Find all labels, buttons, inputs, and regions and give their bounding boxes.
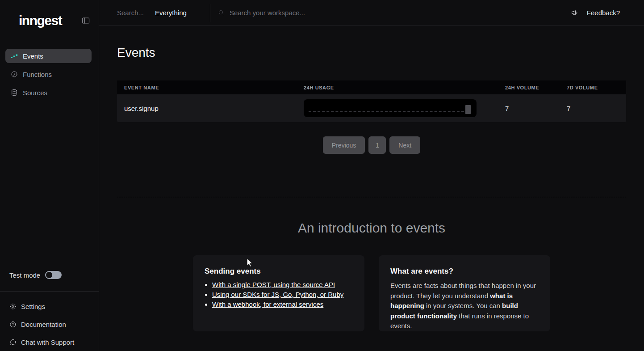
card-title: Sending events	[205, 267, 353, 276]
previous-page-button[interactable]: Previous	[323, 136, 365, 154]
pagination: Previous 1 Next	[117, 136, 626, 154]
search-icon	[218, 9, 225, 16]
usage-cell	[304, 99, 505, 117]
gear-icon	[9, 303, 17, 310]
table-row[interactable]: user.signup 7 7	[117, 94, 626, 122]
sidebar-nav: Events Functions Sources	[0, 41, 99, 104]
sidebar-collapse-icon[interactable]	[80, 15, 91, 26]
topbar-divider	[210, 4, 210, 22]
sidebar-spacer	[0, 104, 99, 271]
section-divider	[117, 197, 626, 197]
sidebar-item-label: Documentation	[21, 321, 66, 328]
functions-circle-chevron-icon	[11, 71, 18, 78]
sparkline-zero-baseline	[309, 111, 464, 112]
sources-database-icon	[11, 89, 18, 96]
card-title: What are events?	[390, 267, 539, 276]
test-mode-toggle[interactable]	[45, 271, 62, 279]
volume-24h-cell: 7	[505, 105, 567, 112]
feedback-link[interactable]: Feedback?	[587, 9, 620, 17]
link-source-api[interactable]: With a single POST, using the source API	[212, 281, 335, 288]
col-header-24h-volume: 24H VOLUME	[505, 85, 567, 90]
col-header-24h-usage: 24H USAGE	[304, 85, 505, 90]
test-mode-row: Test mode	[0, 271, 99, 279]
sidebar-item-sources[interactable]: Sources	[5, 85, 92, 100]
sidebar-item-label: Sources	[23, 89, 47, 97]
sidebar-item-functions[interactable]: Functions	[5, 67, 92, 81]
sidebar-item-chat-support[interactable]: Chat with Support	[0, 333, 99, 351]
col-header-event-name: EVENT NAME	[117, 85, 304, 90]
volume-7d-cell: 7	[567, 105, 626, 112]
table-header-row: EVENT NAME 24H USAGE 24H VOLUME 7D VOLUM…	[117, 80, 626, 94]
events-dots-icon	[11, 52, 18, 59]
workspace-search-input[interactable]	[230, 9, 408, 17]
link-webhook[interactable]: With a webhook, for external services	[212, 300, 323, 308]
usage-sparkline	[304, 99, 477, 117]
search-scope-selector[interactable]: Everything	[155, 9, 187, 17]
list-item: Using our SDKs for JS, Go, Python, or Ru…	[212, 291, 353, 298]
sending-events-card: Sending events With a single POST, using…	[193, 255, 364, 331]
sidebar-item-documentation[interactable]: Documentation	[0, 315, 99, 333]
intro-cards: Sending events With a single POST, using…	[117, 255, 626, 331]
intro-heading: An introduction to events	[117, 220, 626, 236]
topbar-right: Feedback?	[571, 9, 620, 17]
page-number-button[interactable]: 1	[368, 136, 386, 154]
card-paragraph: Events are facts about things that happe…	[390, 281, 539, 331]
sidebar-item-label: Chat with Support	[21, 338, 74, 346]
sending-links-list: With a single POST, using the source API…	[205, 281, 353, 308]
sidebar-item-label: Settings	[21, 303, 45, 310]
sidebar-header: inngest	[0, 0, 99, 41]
list-item: With a single POST, using the source API	[212, 281, 353, 288]
main-column: Search... Everything Feedback? Events	[99, 0, 644, 351]
sidebar: inngest Events Functions	[0, 0, 99, 351]
event-name-cell: user.signup	[117, 105, 304, 112]
workspace-search	[218, 9, 571, 17]
list-item: With a webhook, for external services	[212, 300, 353, 308]
sidebar-footer: Settings Documentation Chat with Support	[0, 292, 99, 351]
toggle-knob	[46, 272, 52, 278]
chat-bubble-icon	[9, 338, 17, 346]
link-sdks[interactable]: Using our SDKs for JS, Go, Python, or Ru…	[212, 291, 343, 298]
what-are-events-card: What are events? Events are facts about …	[379, 255, 550, 331]
events-table: EVENT NAME 24H USAGE 24H VOLUME 7D VOLUM…	[117, 80, 626, 122]
question-circle-icon	[9, 321, 17, 328]
sidebar-item-label: Events	[23, 52, 43, 60]
megaphone-icon[interactable]	[571, 9, 579, 17]
test-mode-label: Test mode	[9, 271, 40, 279]
page-title: Events	[117, 46, 626, 60]
col-header-7d-volume: 7D VOLUME	[567, 85, 626, 90]
topbar: Search... Everything Feedback?	[99, 0, 644, 26]
sidebar-item-settings[interactable]: Settings	[0, 297, 99, 315]
inngest-logo: inngest	[19, 14, 62, 27]
sidebar-item-label: Functions	[23, 71, 52, 78]
content: Events EVENT NAME 24H USAGE 24H VOLUME 7…	[99, 26, 644, 351]
next-page-button[interactable]: Next	[389, 136, 420, 154]
search-label: Search...	[117, 9, 144, 17]
sidebar-item-events[interactable]: Events	[5, 49, 92, 63]
